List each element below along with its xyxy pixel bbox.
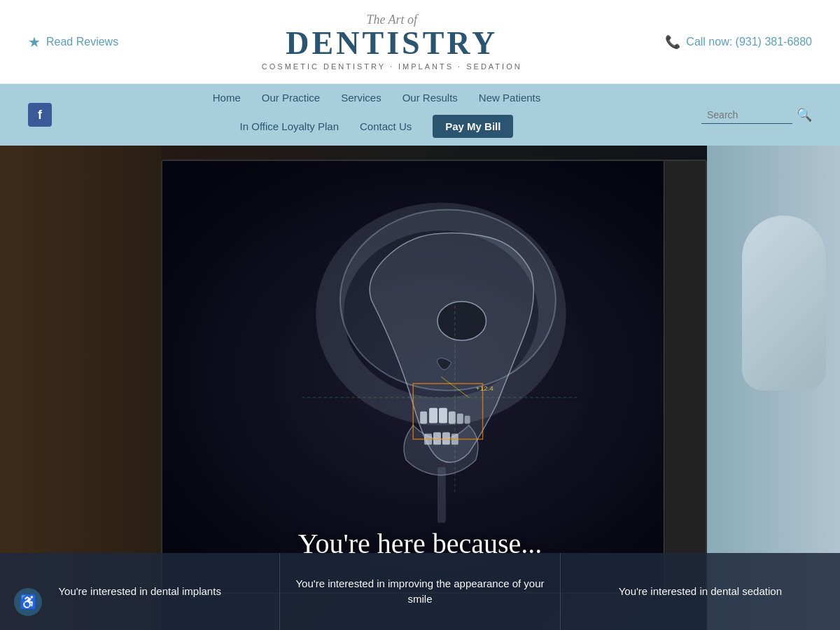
nav-loyalty-plan[interactable]: In Office Loyalty Plan [240, 120, 339, 132]
bottom-cards: You're interested in dental implants You… [0, 553, 840, 630]
card-implants-text: You're interested in dental implants [58, 584, 220, 600]
phone-label: Call now: (931) 381-6880 [686, 36, 812, 48]
card-sedation[interactable]: You're interested in dental sedation [561, 553, 840, 630]
nav-row-2: In Office Loyalty Plan Contact Us Pay My… [240, 109, 514, 144]
accessibility-icon: ♿ [20, 594, 37, 610]
search-area: 🔍 [701, 106, 812, 124]
nav-contact-us[interactable]: Contact Us [360, 120, 412, 132]
phone-icon: 📞 [665, 34, 680, 50]
nav-new-patients[interactable]: New Patients [479, 92, 540, 104]
logo-main: DENTISTRY [262, 27, 522, 59]
phone-link[interactable]: 📞 Call now: (931) 381-6880 [665, 34, 812, 50]
card-implants[interactable]: You're interested in dental implants [0, 553, 280, 630]
nav-our-results[interactable]: Our Results [402, 92, 458, 104]
nav-home[interactable]: Home [213, 92, 241, 104]
nav-row-1: Home Our Practice Services Our Results N… [213, 86, 540, 109]
read-reviews-label: Read Reviews [46, 36, 118, 48]
read-reviews-link[interactable]: ★ Read Reviews [28, 34, 118, 50]
nav-our-practice[interactable]: Our Practice [262, 92, 320, 104]
logo-sub: COSMETIC DENTISTRY · IMPLANTS · SEDATION [262, 62, 522, 71]
card-appearance-text: You're interested in improving the appea… [294, 576, 545, 608]
svg-rect-14 [438, 467, 446, 522]
facebook-link[interactable]: f [28, 103, 52, 127]
facebook-icon: f [38, 108, 42, 122]
nav-services[interactable]: Services [341, 92, 382, 104]
nav-center: Home Our Practice Services Our Results N… [52, 86, 701, 144]
search-input[interactable] [701, 106, 792, 124]
hero-section: PLANMECA [0, 146, 840, 630]
svg-point-3 [438, 302, 486, 341]
nav-pay-my-bill[interactable]: Pay My Bill [433, 115, 513, 138]
card-sedation-text: You're interested in dental sedation [619, 584, 782, 600]
svg-rect-5 [429, 408, 438, 424]
star-icon: ★ [28, 34, 41, 50]
svg-rect-4 [420, 412, 427, 424]
navigation: f Home Our Practice Services Our Results… [0, 84, 840, 146]
svg-text:+12.4: +12.4 [476, 384, 494, 392]
nav-left: f [28, 103, 52, 127]
logo: The Art of DENTISTRY COSMETIC DENTISTRY … [262, 13, 522, 71]
card-appearance[interactable]: You're interested in improving the appea… [280, 553, 560, 630]
svg-rect-12 [442, 432, 450, 444]
svg-rect-9 [465, 416, 470, 424]
site-header: ★ Read Reviews The Art of DENTISTRY COSM… [0, 0, 840, 84]
svg-rect-6 [439, 408, 447, 424]
chair-headrest [742, 216, 826, 391]
svg-rect-11 [433, 432, 441, 444]
svg-rect-8 [457, 414, 463, 424]
search-icon[interactable]: 🔍 [797, 107, 812, 122]
accessibility-button[interactable]: ♿ [14, 588, 42, 616]
